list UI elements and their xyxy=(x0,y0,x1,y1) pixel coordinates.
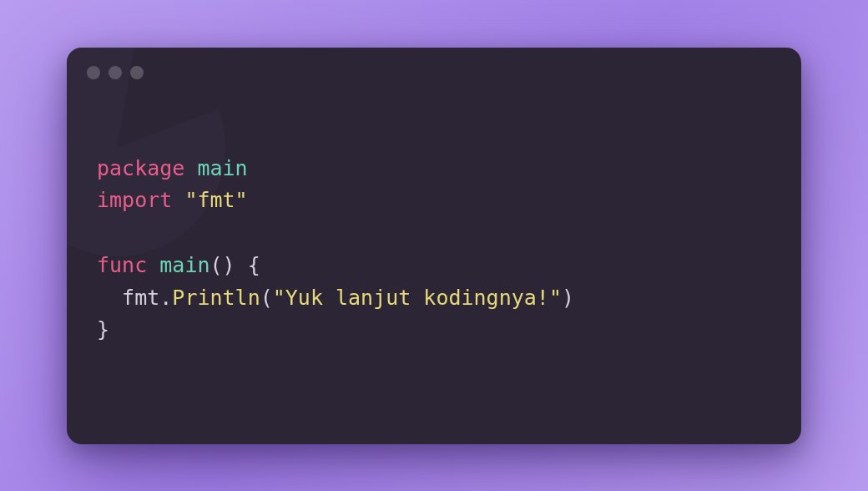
code-window: package main import "fmt" func main() { … xyxy=(67,48,801,444)
window-maximize-dot[interactable] xyxy=(130,66,144,79)
window-minimize-dot[interactable] xyxy=(108,66,122,79)
paren-close: ) xyxy=(562,286,574,310)
indent xyxy=(97,286,122,310)
keyword-package: package xyxy=(97,156,184,180)
dot: . xyxy=(159,286,172,310)
window-titlebar xyxy=(67,48,801,79)
brace-close: } xyxy=(97,317,109,342)
string-fmt: "fmt" xyxy=(184,188,247,212)
code-block: package main import "fmt" func main() { … xyxy=(67,79,801,347)
paren-open: ( xyxy=(260,286,273,310)
window-close-dot[interactable] xyxy=(87,66,100,79)
method-println: Println xyxy=(172,286,260,310)
keyword-func: func xyxy=(97,253,147,277)
funcname-main: main xyxy=(159,253,209,277)
ident-main: main xyxy=(197,156,247,180)
keyword-import: import xyxy=(97,188,172,212)
string-literal: "Yuk lanjut kodingnya!" xyxy=(273,286,562,310)
parens-open: () { xyxy=(210,253,260,277)
obj-fmt: fmt xyxy=(122,286,159,310)
